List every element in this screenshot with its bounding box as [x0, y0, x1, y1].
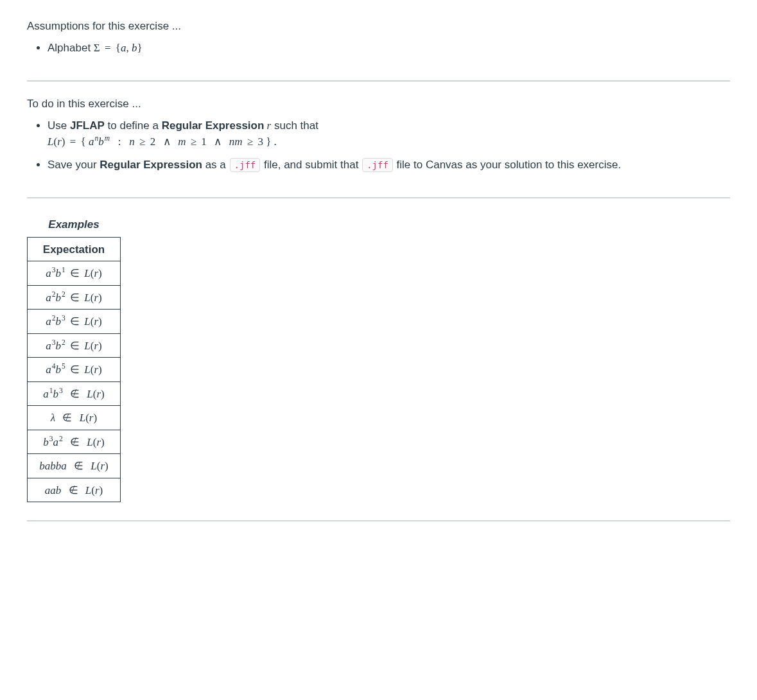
expectation-cell: aab ∈/ L(r)	[28, 478, 121, 502]
todo-item-2: Save your Regular Expression as a .jff f…	[48, 157, 730, 173]
equals-symbol: =	[103, 42, 113, 54]
expectation-cell: a3b1 ∈ L(r)	[28, 261, 121, 286]
table-row: aab ∈/ L(r)	[28, 478, 121, 502]
jff-code-1: .jff	[230, 158, 261, 173]
jff-code-2: .jff	[362, 158, 393, 173]
examples-caption: Examples	[27, 216, 121, 237]
table-row: a1b3 ∈/ L(r)	[28, 381, 121, 406]
todo-item1-prefix: Use	[48, 119, 70, 132]
regex-label-1: Regular Expression	[162, 119, 265, 132]
math-eq: =	[68, 136, 78, 148]
todo-item2-suffix: file to Canvas as your solution to this …	[394, 159, 621, 171]
set-open-brace: {	[116, 42, 121, 54]
math-2: 2	[150, 136, 156, 148]
expectation-cell: b3a2 ∈/ L(r)	[28, 430, 121, 454]
math-3: 3	[257, 136, 263, 148]
alphabet-b: b	[132, 42, 137, 54]
expectation-cell: babba ∈/ L(r)	[28, 454, 121, 478]
math-ge-3: ≥	[245, 136, 255, 148]
table-row: a4b5 ∈ L(r)	[28, 358, 121, 382]
examples-table: Examples Expectation a3b1 ∈ L(r)a2b2 ∈ L…	[27, 216, 121, 502]
table-row: babba ∈/ L(r)	[28, 454, 121, 478]
todo-list: Use JFLAP to define a Regular Expression…	[27, 118, 730, 173]
table-row: b3a2 ∈/ L(r)	[28, 430, 121, 454]
math-set-close: }	[266, 136, 271, 148]
examples-section: Examples Expectation a3b1 ∈ L(r)a2b2 ∈ L…	[27, 210, 730, 512]
todo-item-1: Use JFLAP to define a Regular Expression…	[48, 118, 730, 150]
todo-item2-prefix: Save your	[48, 159, 100, 171]
expectation-cell: λ ∈/ L(r)	[28, 406, 121, 430]
var-r: r	[264, 119, 271, 132]
math-set-open: {	[81, 136, 86, 148]
expectation-cell: a2b3 ∈ L(r)	[28, 310, 121, 334]
table-row: a2b2 ∈ L(r)	[28, 285, 121, 310]
alphabet-a: a	[121, 42, 126, 54]
math-1: 1	[201, 136, 207, 148]
math-and-2: ∧	[212, 136, 223, 148]
todo-item2-mid1: as a	[202, 159, 229, 171]
divider-1	[27, 80, 730, 82]
math-n: n	[129, 136, 135, 148]
todo-section: To do in this exercise ... Use JFLAP to …	[27, 89, 730, 189]
set-comma: ,	[126, 42, 129, 54]
assumptions-section: Assumptions for this exercise ... Alphab…	[27, 12, 730, 73]
divider-2	[27, 197, 730, 198]
jflap-label: JFLAP	[70, 119, 105, 132]
math-paren-close: )	[62, 136, 65, 148]
todo-heading: To do in this exercise ...	[27, 96, 730, 112]
alphabet-label: Alphabet	[48, 42, 91, 54]
math-period: .	[274, 136, 277, 148]
math-m: m	[178, 136, 186, 148]
regex-label-2: Regular Expression	[100, 159, 202, 171]
examples-header: Expectation	[28, 237, 121, 261]
todo-item1-suffix: such that	[271, 119, 318, 132]
math-ge-2: ≥	[189, 136, 198, 148]
expectation-cell: a3b2 ∈ L(r)	[28, 333, 121, 358]
sigma-symbol: Σ	[94, 42, 100, 54]
todo-item1-mid: to define a	[105, 119, 162, 132]
todo-item2-mid2: file, and submit that	[261, 159, 361, 171]
assumptions-list: Alphabet Σ = {a, b}	[27, 40, 730, 57]
table-row: a3b2 ∈ L(r)	[28, 333, 121, 358]
language-definition: L(r) = { anbm : n ≥ 2 ∧ m ≥ 1 ∧ nm ≥ 3	[48, 136, 277, 148]
math-exp-m: m	[104, 134, 110, 143]
math-ge-1: ≥	[137, 136, 147, 148]
table-row: a2b3 ∈ L(r)	[28, 310, 121, 334]
math-colon: :	[118, 136, 121, 148]
math-r: r	[57, 136, 62, 148]
math-b: b	[98, 136, 104, 148]
math-nm: nm	[229, 136, 243, 148]
table-row: a3b1 ∈ L(r)	[28, 261, 121, 286]
expectation-cell: a4b5 ∈ L(r)	[28, 358, 121, 382]
expectation-cell: a2b2 ∈ L(r)	[28, 285, 121, 310]
math-and-1: ∧	[161, 136, 173, 148]
expectation-cell: a1b3 ∈/ L(r)	[28, 381, 121, 406]
assumption-alphabet: Alphabet Σ = {a, b}	[48, 40, 730, 57]
assumptions-heading: Assumptions for this exercise ...	[27, 18, 730, 35]
set-close-brace: }	[137, 42, 143, 54]
table-row: λ ∈/ L(r)	[28, 406, 121, 430]
divider-3	[27, 520, 730, 521]
